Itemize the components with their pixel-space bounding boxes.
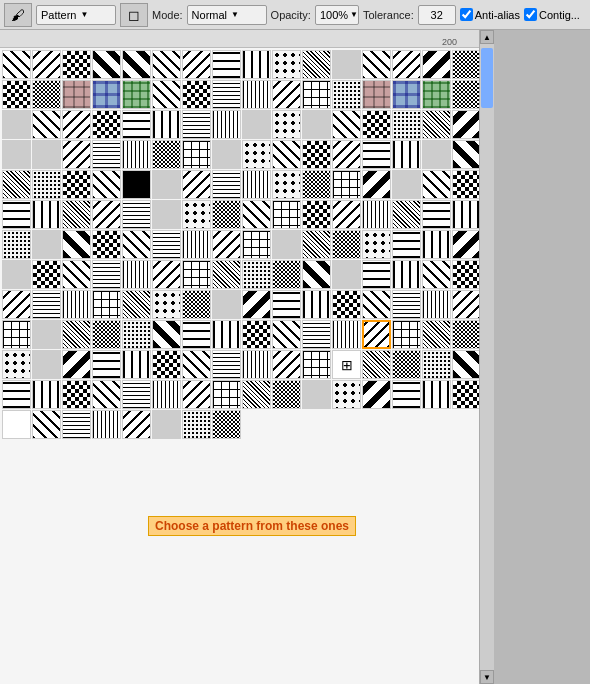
pattern-cell[interactable] — [2, 50, 31, 79]
pattern-cell[interactable] — [92, 410, 121, 439]
pattern-cell[interactable] — [272, 80, 301, 109]
pattern-cell[interactable] — [212, 350, 241, 379]
pattern-cell[interactable] — [152, 80, 181, 109]
pattern-cell[interactable] — [392, 230, 421, 259]
pattern-cell[interactable] — [2, 410, 31, 439]
pattern-cell[interactable] — [152, 260, 181, 289]
pattern-cell[interactable] — [122, 50, 151, 79]
pattern-cell[interactable] — [182, 140, 211, 169]
tolerance-input[interactable] — [418, 5, 456, 25]
pattern-cell[interactable] — [452, 50, 479, 79]
pattern-cell[interactable] — [152, 350, 181, 379]
pattern-cell[interactable] — [392, 350, 421, 379]
pattern-cell[interactable] — [182, 170, 211, 199]
pattern-cell[interactable] — [272, 50, 301, 79]
pattern-cell[interactable] — [392, 380, 421, 409]
pattern-cell[interactable] — [302, 380, 331, 409]
pattern-cell[interactable] — [152, 290, 181, 319]
pattern-cell[interactable] — [362, 110, 391, 139]
pattern-cell[interactable] — [92, 260, 121, 289]
pattern-cell[interactable] — [212, 80, 241, 109]
pattern-cell[interactable] — [302, 260, 331, 289]
pattern-cell[interactable] — [32, 230, 61, 259]
pattern-cell[interactable] — [122, 230, 151, 259]
pattern-cell[interactable] — [332, 290, 361, 319]
pattern-cell[interactable] — [212, 260, 241, 289]
pattern-cell[interactable] — [422, 80, 451, 109]
pattern-cell[interactable] — [62, 110, 91, 139]
pattern-cell[interactable] — [332, 140, 361, 169]
pattern-cell[interactable] — [62, 320, 91, 349]
pattern-cell[interactable] — [242, 80, 271, 109]
pattern-cell[interactable] — [212, 290, 241, 319]
pattern-cell[interactable] — [92, 320, 121, 349]
scroll-thumb[interactable] — [481, 48, 493, 108]
pattern-cell[interactable] — [362, 200, 391, 229]
pattern-cell[interactable] — [122, 410, 151, 439]
pattern-cell[interactable] — [32, 380, 61, 409]
pattern-cell[interactable] — [2, 200, 31, 229]
pattern-cell[interactable] — [392, 290, 421, 319]
pattern-grid-container[interactable]: ⊞ Choose a pattern from these ones — [0, 48, 479, 684]
pattern-cell[interactable] — [2, 140, 31, 169]
pattern-cell[interactable] — [212, 170, 241, 199]
pattern-cell[interactable] — [212, 200, 241, 229]
pattern-cell[interactable] — [32, 170, 61, 199]
pattern-cell[interactable] — [422, 140, 451, 169]
pattern-cell[interactable] — [242, 140, 271, 169]
pattern-cell[interactable] — [332, 230, 361, 259]
pattern-cell[interactable] — [182, 410, 211, 439]
pattern-cell[interactable] — [392, 80, 421, 109]
pattern-cell[interactable] — [62, 410, 91, 439]
tool-icon-1[interactable]: 🖌 — [4, 3, 32, 27]
pattern-cell[interactable] — [182, 260, 211, 289]
pattern-cell[interactable] — [182, 290, 211, 319]
pattern-cell[interactable] — [212, 50, 241, 79]
pattern-cell[interactable] — [362, 140, 391, 169]
pattern-cell[interactable] — [452, 200, 479, 229]
pattern-cell[interactable] — [152, 200, 181, 229]
pattern-cell[interactable] — [152, 110, 181, 139]
pattern-cell[interactable] — [242, 290, 271, 319]
pattern-cell[interactable] — [92, 80, 121, 109]
pattern-cell[interactable] — [362, 50, 391, 79]
pattern-cell[interactable] — [122, 350, 151, 379]
pattern-cell[interactable] — [362, 230, 391, 259]
pattern-cell[interactable] — [332, 380, 361, 409]
pattern-cell[interactable] — [122, 170, 151, 199]
pattern-cell[interactable] — [62, 200, 91, 229]
pattern-cell[interactable] — [32, 320, 61, 349]
pattern-cell[interactable] — [242, 110, 271, 139]
pattern-cell[interactable] — [452, 380, 479, 409]
pattern-cell[interactable] — [62, 140, 91, 169]
pattern-cell[interactable] — [32, 260, 61, 289]
pattern-cell[interactable] — [332, 110, 361, 139]
pattern-cell[interactable] — [182, 350, 211, 379]
pattern-cell[interactable] — [272, 260, 301, 289]
pattern-cell[interactable] — [92, 140, 121, 169]
pattern-cell[interactable] — [152, 50, 181, 79]
pattern-cell[interactable] — [122, 140, 151, 169]
pattern-cell[interactable] — [32, 200, 61, 229]
pattern-cell[interactable] — [242, 380, 271, 409]
pattern-cell[interactable] — [392, 260, 421, 289]
pattern-cell[interactable] — [122, 380, 151, 409]
pattern-cell[interactable] — [362, 290, 391, 319]
pattern-cell[interactable] — [182, 380, 211, 409]
pattern-cell[interactable] — [422, 380, 451, 409]
pattern-cell[interactable] — [272, 350, 301, 379]
pattern-cell[interactable] — [182, 200, 211, 229]
pattern-cell[interactable] — [242, 320, 271, 349]
pattern-cell[interactable] — [152, 380, 181, 409]
pattern-cell[interactable] — [272, 320, 301, 349]
pattern-cell[interactable] — [422, 350, 451, 379]
pattern-cell[interactable] — [302, 290, 331, 319]
pattern-cell[interactable] — [182, 320, 211, 349]
pattern-cell[interactable] — [392, 110, 421, 139]
pattern-cell[interactable] — [422, 170, 451, 199]
pattern-cell[interactable] — [212, 230, 241, 259]
pattern-cell[interactable] — [332, 200, 361, 229]
pattern-cell[interactable] — [362, 260, 391, 289]
pattern-cell[interactable] — [452, 230, 479, 259]
pattern-cell[interactable] — [392, 170, 421, 199]
